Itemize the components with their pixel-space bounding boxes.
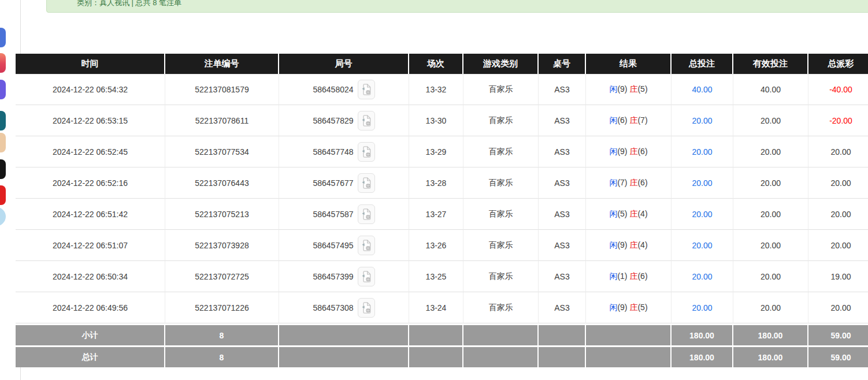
discord-icon[interactable] [0, 80, 6, 99]
round-number: 586457587 [313, 210, 353, 219]
cell-session: 13-32 [409, 74, 463, 105]
cell-table-no: AS3 [539, 230, 586, 261]
cell-total-bet: 20.00 [672, 105, 733, 136]
subtotal-label: 小计 [16, 323, 165, 345]
banker-result-label: 庄 [629, 116, 637, 125]
teal-app-icon[interactable] [0, 111, 6, 131]
total-label: 总计 [16, 345, 165, 367]
banker-result-points: (5) [637, 303, 647, 312]
total-payout: 59.00 [808, 345, 868, 367]
cell-table-no: AS3 [539, 136, 586, 167]
player-result-points: (9) [617, 84, 627, 94]
banker-result-points: (6) [637, 271, 647, 281]
banker-result-label: 庄 [629, 240, 637, 249]
player-result-points: (9) [617, 240, 627, 249]
round-number: 586457399 [313, 272, 353, 281]
video-replay-button[interactable] [358, 267, 375, 286]
instagram-icon[interactable] [0, 53, 6, 73]
cell-total-bet: 20.00 [672, 167, 733, 199]
round-number: 586457308 [313, 303, 353, 312]
table-row: 2024-12-22 06:50:34 522137072725 5864573… [16, 261, 868, 292]
subtotal-valid-bet: 180.00 [733, 323, 808, 345]
player-result-label: 闲 [609, 240, 617, 249]
cell-game-type: 百家乐 [463, 74, 539, 105]
col-bet-no: 注单编号 [165, 54, 279, 74]
banker-result-points: (4) [637, 240, 647, 249]
cell-valid-bet: 40.00 [733, 74, 808, 105]
cell-round-no: 586457748 [279, 136, 409, 167]
col-session: 场次 [409, 54, 463, 74]
cell-table-no: AS3 [539, 167, 586, 199]
cell-bet-no: 522137081579 [165, 74, 279, 105]
social-share-strip [0, 0, 8, 380]
player-result-label: 闲 [609, 84, 617, 94]
banker-result-label: 庄 [629, 209, 637, 218]
cell-table-no: AS3 [539, 199, 586, 230]
player-result-points: (5) [617, 209, 627, 218]
cell-result: 闲(9) 庄(4) [586, 230, 672, 261]
cell-round-no: 586457399 [279, 261, 409, 292]
cell-session: 13-27 [409, 199, 463, 230]
youtube-icon[interactable] [0, 185, 6, 205]
video-replay-button[interactable] [358, 298, 375, 318]
video-replay-button[interactable] [358, 80, 375, 99]
cell-session: 13-24 [409, 292, 463, 323]
col-table-no: 桌号 [539, 54, 586, 74]
table-row: 2024-12-22 06:51:42 522137075213 5864575… [16, 199, 868, 230]
cell-session: 13-28 [409, 167, 463, 199]
cell-session: 13-25 [409, 261, 463, 292]
skype-icon[interactable] [0, 207, 6, 226]
banker-result-points: (5) [637, 84, 647, 94]
cell-result: 闲(5) 庄(4) [586, 199, 672, 230]
table-row: 2024-12-22 06:52:16 522137076443 5864576… [16, 167, 868, 199]
cell-bet-no: 522137071226 [165, 292, 279, 323]
cell-valid-bet: 20.00 [733, 105, 808, 136]
tiktok-icon[interactable] [0, 159, 6, 179]
video-replay-button[interactable] [358, 142, 375, 162]
player-result-points: (7) [617, 178, 627, 187]
cell-payout: 20.00 [808, 292, 868, 323]
player-result-label: 闲 [609, 147, 617, 156]
video-replay-button[interactable] [358, 173, 375, 193]
cell-session: 13-26 [409, 230, 463, 261]
player-result-label: 闲 [609, 178, 617, 187]
video-replay-icon [361, 270, 372, 283]
player-result-points: (9) [617, 303, 627, 312]
banker-result-points: (6) [637, 147, 647, 156]
cell-total-bet: 20.00 [672, 292, 733, 323]
cell-time: 2024-12-22 06:53:15 [16, 105, 165, 136]
cell-payout: 20.00 [808, 167, 868, 199]
banker-result-label: 庄 [629, 147, 637, 156]
cell-total-bet: 20.00 [672, 136, 733, 167]
cell-time: 2024-12-22 06:52:45 [16, 136, 165, 167]
cell-payout: -20.00 [808, 105, 868, 136]
video-replay-button[interactable] [358, 111, 375, 131]
cell-total-bet: 20.00 [672, 261, 733, 292]
round-number: 586457677 [313, 178, 353, 188]
cell-payout: 20.00 [808, 136, 868, 167]
bet-records-page: 类别：真人视讯 | 总共 8 笔注单 时间 注单编号 局号 场次 游戏类别 桌号… [0, 0, 868, 380]
cell-round-no: 586457587 [279, 199, 409, 230]
video-replay-button[interactable] [358, 204, 375, 224]
facebook-icon[interactable] [0, 28, 6, 47]
cell-result: 闲(1) 庄(6) [586, 261, 672, 292]
banker-result-label: 庄 [629, 178, 637, 187]
table-row: 2024-12-22 06:51:07 522137073928 5864574… [16, 230, 868, 261]
video-replay-icon [361, 177, 372, 189]
pin-icon[interactable] [0, 133, 6, 152]
banker-result-label: 庄 [629, 84, 637, 94]
total-count: 8 [165, 345, 279, 367]
banker-result-points: (6) [637, 178, 647, 187]
banker-result-label: 庄 [629, 303, 637, 312]
cell-bet-no: 522137073928 [165, 230, 279, 261]
round-number: 586457495 [313, 241, 353, 250]
player-result-label: 闲 [609, 209, 617, 218]
banker-result-points: (4) [637, 209, 647, 218]
header-row: 时间 注单编号 局号 场次 游戏类别 桌号 结果 总投注 有效投注 总派彩 [16, 54, 868, 74]
cell-result: 闲(6) 庄(7) [586, 105, 672, 136]
video-replay-button[interactable] [358, 236, 375, 255]
player-result-points: (6) [617, 116, 627, 125]
col-valid-bet: 有效投注 [733, 54, 808, 74]
cell-bet-no: 522137077534 [165, 136, 279, 167]
subtotal-total-bet: 180.00 [672, 323, 733, 345]
